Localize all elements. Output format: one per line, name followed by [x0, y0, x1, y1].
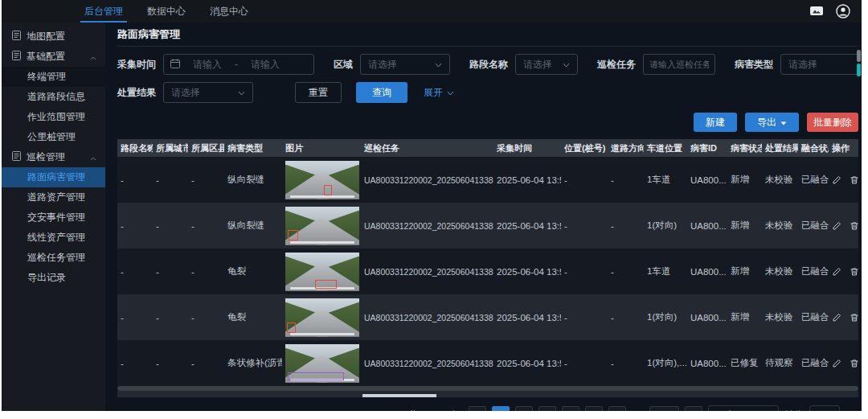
disease-table: 路段名称 所属城市 所属区县 病害类型 图片 巡检任务 采集时间 位置(桩号) … — [117, 139, 858, 386]
sidebar-item-inspection-task-mgmt[interactable]: 巡检任务管理 — [2, 248, 105, 268]
tab-data-center[interactable]: 数据中心 — [147, 0, 186, 23]
chevron-up-icon — [90, 51, 96, 63]
detection-box — [315, 280, 337, 289]
search-button[interactable]: 查询 — [356, 82, 407, 103]
page-size-select[interactable]: 10条/页 — [708, 405, 779, 411]
sidebar-item-map-config[interactable]: 地图配置 — [2, 27, 105, 47]
table-header: 路段名称 所属城市 所属区县 病害类型 图片 巡检任务 采集时间 位置(桩号) … — [117, 139, 858, 157]
task-input-wrap — [643, 54, 715, 75]
edit-icon[interactable] — [832, 359, 841, 368]
handle-result-select[interactable]: 请选择 — [163, 82, 253, 103]
edit-icon[interactable] — [832, 313, 841, 322]
table-row-partial — [117, 391, 858, 397]
vertical-scrollbar-accent[interactable] — [857, 64, 861, 76]
table-row: - - - 纵向裂缝 UA800331220002_20250604133852… — [117, 203, 858, 249]
chevron-up-icon — [90, 152, 96, 163]
next-page-button[interactable]: › — [685, 406, 702, 411]
road-photo[interactable] — [285, 298, 359, 337]
sidebar-item-work-scope-mgmt[interactable]: 作业范围管理 — [2, 107, 105, 127]
page-button-last[interactable]: 1271 — [649, 406, 679, 411]
chevron-down-icon — [435, 59, 442, 70]
sidebar-item-traffic-safety-event-mgmt[interactable]: 交安事件管理 — [2, 207, 105, 228]
export-button[interactable]: 导出 — [745, 113, 799, 132]
calendar-icon — [170, 59, 180, 71]
detection-box — [324, 185, 332, 195]
batch-delete-button[interactable]: 批量删除 — [807, 113, 858, 132]
road-name-label: 路段名称 — [469, 58, 508, 72]
sidebar-item-road-section-info[interactable]: 道路路段信息 — [2, 87, 105, 107]
edit-icon[interactable] — [832, 267, 841, 277]
goto-page-input[interactable] — [809, 405, 840, 411]
edit-icon[interactable] — [832, 175, 841, 185]
topbar: 后台管理 数据中心 消息中心 — [2, 0, 862, 23]
prev-page-button[interactable]: ‹ — [469, 406, 486, 411]
handle-result-label: 处置结果 — [117, 86, 156, 100]
page-button-1[interactable]: 1 — [492, 406, 510, 411]
road-photo[interactable] — [285, 253, 359, 291]
road-photo[interactable] — [285, 161, 359, 199]
expand-filters-link[interactable]: 展开 — [424, 86, 454, 100]
task-label: 巡检任务 — [597, 58, 636, 72]
page-button-6[interactable]: 6 — [608, 406, 626, 411]
sidebar-item-export-records[interactable]: 导出记录 — [2, 268, 105, 288]
app-window: 后台管理 数据中心 消息中心 地图配置 基础配置 终端管理 — [2, 0, 862, 411]
road-photo[interactable] — [285, 207, 359, 245]
sidebar-item-linear-asset-mgmt[interactable]: 线性资产管理 — [2, 228, 105, 248]
tab-message-center[interactable]: 消息中心 — [210, 0, 248, 23]
detection-box — [288, 230, 298, 240]
delete-icon[interactable] — [850, 267, 859, 277]
page-button-2[interactable]: 2 — [515, 406, 533, 411]
region-select[interactable]: 请选择 — [360, 54, 450, 75]
main-content: 路面病害管理 采集时间 - 区域 — [105, 23, 862, 411]
page-button-3[interactable]: 3 — [538, 406, 556, 411]
create-button[interactable]: 新建 — [694, 113, 737, 132]
delete-icon[interactable] — [850, 175, 859, 185]
task-input[interactable] — [649, 60, 709, 69]
detection-box — [287, 322, 296, 333]
table-row: - - - 龟裂 UA800331220002_2025060413385205… — [117, 249, 858, 294]
road-name-select[interactable]: 请选择 — [515, 54, 578, 75]
sidebar-item-road-asset-mgmt[interactable]: 道路资产管理 — [2, 187, 105, 207]
page-button-4[interactable]: 4 — [562, 406, 579, 411]
more-pages-button[interactable]: ••• — [632, 409, 645, 411]
table-toolbar: 新建 导出 批量删除 — [117, 110, 862, 139]
chevron-down-icon — [780, 117, 787, 128]
delete-icon[interactable] — [850, 221, 859, 231]
sidebar: 地图配置 基础配置 终端管理 道路路段信息 作业范围管理 公里桩管理 巡检管理 … — [2, 23, 105, 411]
chevron-down-icon — [764, 409, 772, 411]
tab-backend-management[interactable]: 后台管理 — [84, 0, 123, 23]
sidebar-group-base-config[interactable]: 基础配置 — [2, 47, 105, 67]
collect-time-range-input[interactable]: - — [163, 54, 314, 75]
document-icon — [12, 31, 21, 43]
disease-type-select[interactable]: 请选择 — [780, 54, 862, 75]
collect-time-label: 采集时间 — [117, 58, 156, 72]
table-row: - - - 龟裂 UA800331220002_2025060413385205… — [117, 294, 858, 340]
sidebar-item-terminal-mgmt[interactable]: 终端管理 — [2, 67, 105, 87]
collect-time-start-input[interactable] — [184, 59, 231, 70]
delete-icon[interactable] — [850, 313, 859, 322]
sidebar-item-kilometer-post-mgmt[interactable]: 公里桩管理 — [2, 127, 105, 147]
filter-panel: 采集时间 - 区域 请选择 — [117, 47, 862, 103]
delete-icon[interactable] — [850, 359, 859, 368]
collect-time-end-input[interactable] — [242, 59, 289, 70]
page-title: 路面病害管理 — [117, 23, 862, 46]
table-row: - - - 纵向裂缝 UA800331220002_20250604133852… — [117, 157, 858, 203]
region-label: 区域 — [334, 58, 353, 72]
chevron-down-icon — [447, 87, 454, 98]
page-unit-label: 页 — [845, 409, 855, 412]
sidebar-group-inspection-mgmt[interactable]: 巡检管理 — [2, 147, 105, 167]
sidebar-item-road-disease-mgmt[interactable]: 路面病害管理 — [2, 167, 105, 187]
user-avatar-icon[interactable] — [836, 4, 850, 18]
chevron-down-icon — [563, 59, 570, 70]
document-icon — [12, 151, 21, 163]
disease-type-label: 病害类型 — [735, 58, 773, 72]
page-button-5[interactable]: 5 — [585, 406, 603, 411]
goto-label: 前往 — [784, 409, 804, 412]
edit-icon[interactable] — [832, 221, 841, 231]
road-photo[interactable] — [285, 344, 359, 383]
vertical-scrollbar-thumb[interactable] — [857, 50, 861, 62]
pagination: 共 12706 条 ‹ 1 2 3 4 5 6 ••• 1271 › 10条/页… — [117, 397, 855, 411]
topbar-icons — [809, 0, 862, 23]
reset-button[interactable]: 重置 — [295, 82, 342, 103]
monitor-icon[interactable] — [809, 6, 824, 17]
